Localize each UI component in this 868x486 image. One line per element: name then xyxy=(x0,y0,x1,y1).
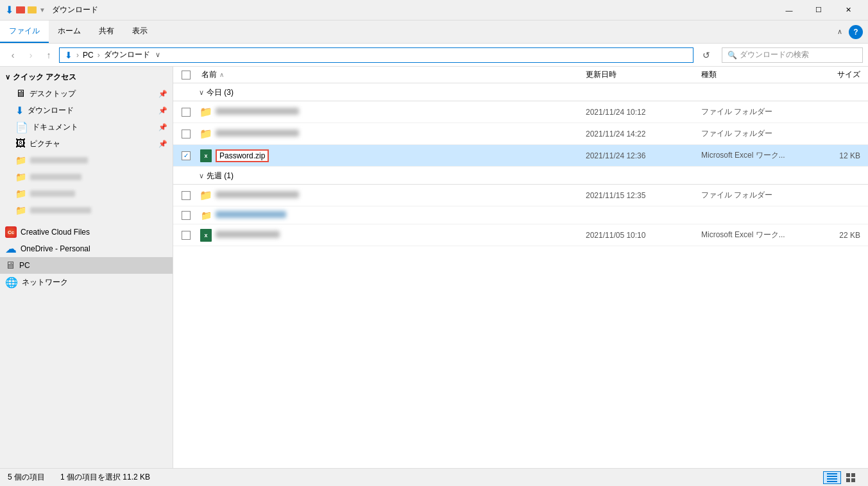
column-headers: 名前 ∧ 更新日時 種類 サイズ xyxy=(173,67,868,83)
checkbox-2[interactable] xyxy=(182,130,191,138)
folder-icon-4: 📁 xyxy=(199,189,213,203)
title-bar: ⬇ ▼ ダウンロード — ☐ ✕ xyxy=(0,0,868,21)
tab-file[interactable]: ファイル xyxy=(0,21,49,43)
blurred-name-4 xyxy=(216,191,299,198)
refresh-button[interactable]: ↺ xyxy=(699,47,714,63)
sidebar-blurred-1[interactable]: 📁 xyxy=(0,152,173,169)
sidebar-item-pc-label: PC xyxy=(19,261,167,270)
col-size-label: サイズ xyxy=(837,70,860,79)
details-view-button[interactable] xyxy=(823,471,841,484)
row-date-2: 2021/11/24 14:22 xyxy=(586,130,701,138)
blurred-folder-icon-4: 📁 xyxy=(15,205,26,215)
folder-icon-2: 📁 xyxy=(199,127,213,141)
table-row[interactable]: 📁 xyxy=(173,206,868,224)
row-date-3: 2021/11/24 12:36 xyxy=(586,151,701,160)
tab-home[interactable]: ホーム xyxy=(49,21,90,43)
table-row[interactable]: 📁 2021/11/15 12:35 ファイル フォルダー xyxy=(173,185,868,206)
svg-rect-5 xyxy=(851,473,855,477)
row-name-4 xyxy=(213,191,586,200)
close-button[interactable]: ✕ xyxy=(833,0,863,21)
group-header-today[interactable]: ∨ 今日 (3) xyxy=(173,83,868,101)
main-layout: ∨ クイック アクセス 🖥 デスクトップ 📌 ⬇ ダウンロード 📌 📄 ドキュメ… xyxy=(0,67,868,468)
blurred-label-4 xyxy=(30,207,91,214)
path-pc[interactable]: PC xyxy=(83,51,94,60)
sidebar-blurred-3[interactable]: 📁 xyxy=(0,185,173,202)
sidebar-item-cc-label: Creative Cloud Files xyxy=(21,228,167,237)
maximize-button[interactable]: ☐ xyxy=(804,0,833,21)
row-check-5[interactable] xyxy=(173,211,199,220)
minimize-button[interactable]: — xyxy=(774,0,804,21)
search-box[interactable]: 🔍 ダウンロードの検索 xyxy=(722,47,863,63)
sidebar-blurred-4[interactable]: 📁 xyxy=(0,202,173,219)
tab-share[interactable]: 共有 xyxy=(90,21,123,43)
sidebar-item-desktop[interactable]: 🖥 デスクトップ 📌 xyxy=(0,85,173,102)
folder-icon-1: 📁 xyxy=(199,105,213,119)
forward-button[interactable]: › xyxy=(23,47,38,63)
sidebar-item-downloads[interactable]: ⬇ ダウンロード 📌 xyxy=(0,102,173,119)
excel-icon-6: x xyxy=(199,228,213,242)
back-button[interactable]: ‹ xyxy=(5,47,21,63)
quick-access-chevron: ∨ xyxy=(5,73,10,81)
checkbox-6[interactable] xyxy=(182,231,191,240)
folder-icon-5: 📁 xyxy=(199,208,213,222)
sidebar-item-network[interactable]: 🌐 ネットワーク xyxy=(0,274,173,290)
folder-glyph-2: 📁 xyxy=(200,128,212,140)
col-type-label: 種類 xyxy=(701,70,717,79)
blurred-folder-icon-1: 📁 xyxy=(15,155,26,165)
sidebar-item-onedrive[interactable]: ☁ OneDrive - Personal xyxy=(0,240,173,257)
col-date-header[interactable]: 更新日時 xyxy=(586,69,701,80)
view-toggle xyxy=(823,471,860,484)
group-lastweek-chevron-icon: ∨ xyxy=(199,172,204,180)
filename-edit-input[interactable]: Password.zip xyxy=(216,149,269,162)
svg-rect-3 xyxy=(827,481,837,482)
col-name-label: 名前 xyxy=(201,69,217,80)
pics-folder-icon: 🖼 xyxy=(15,138,26,149)
pin-icon-documents: 📌 xyxy=(158,123,167,131)
sidebar-blurred-2[interactable]: 📁 xyxy=(0,169,173,185)
quick-access-label: クイック アクセス xyxy=(13,72,76,83)
row-check-1[interactable] xyxy=(173,108,199,117)
sidebar-item-documents[interactable]: 📄 ドキュメント 📌 xyxy=(0,119,173,135)
table-row[interactable]: 📁 2021/11/24 14:22 ファイル フォルダー xyxy=(173,123,868,145)
col-name-header[interactable]: 名前 ∧ xyxy=(199,69,586,80)
path-downloads[interactable]: ダウンロード xyxy=(104,49,150,60)
blurred-folder-icon-2: 📁 xyxy=(15,172,26,182)
address-path[interactable]: ⬇ › PC › ダウンロード ∨ xyxy=(59,47,694,63)
row-check-2[interactable] xyxy=(173,130,199,138)
table-row[interactable]: x 2021/11/05 10:10 Microsoft Excel ワーク..… xyxy=(173,224,868,246)
ribbon-chevron-icon[interactable]: ∧ xyxy=(835,25,845,38)
quick-access-header[interactable]: ∨ クイック アクセス xyxy=(0,69,173,85)
help-button[interactable]: ? xyxy=(849,25,863,39)
tab-view[interactable]: 表示 xyxy=(123,21,157,43)
row-size-3: 12 KB xyxy=(817,151,868,160)
header-check[interactable] xyxy=(173,71,199,80)
row-date-4: 2021/11/15 12:35 xyxy=(586,191,701,200)
row-check-4[interactable] xyxy=(173,191,199,200)
sidebar-item-downloads-label: ダウンロード xyxy=(28,105,155,116)
sidebar-item-pictures[interactable]: 🖼 ピクチャ 📌 xyxy=(0,135,173,152)
row-check-6[interactable] xyxy=(173,231,199,240)
folder-yellow-icon xyxy=(28,6,37,13)
up-button[interactable]: ↑ xyxy=(41,47,56,63)
checkbox-3[interactable]: ✓ xyxy=(182,151,191,160)
checkbox-1[interactable] xyxy=(182,108,191,117)
table-row[interactable]: ✓ x Password.zip 2021/11/24 12:36 Micros… xyxy=(173,145,868,167)
row-name-3[interactable]: Password.zip xyxy=(213,151,586,160)
checkbox-5[interactable] xyxy=(182,211,191,220)
path-chevron-icon[interactable]: ∨ xyxy=(155,51,160,59)
tiles-view-button[interactable] xyxy=(842,471,860,484)
onedrive-icon: ☁ xyxy=(5,242,17,256)
col-type-header[interactable]: 種類 xyxy=(701,69,817,80)
svg-rect-2 xyxy=(827,478,837,480)
select-all-checkbox[interactable] xyxy=(182,71,191,80)
row-check-3[interactable]: ✓ xyxy=(173,151,199,160)
checkbox-4[interactable] xyxy=(182,191,191,200)
table-row[interactable]: 📁 2021/11/24 10:12 ファイル フォルダー xyxy=(173,101,868,123)
sidebar-item-creative-cloud[interactable]: Cc Creative Cloud Files xyxy=(0,224,173,240)
sidebar-item-pc[interactable]: 🖥 PC xyxy=(0,257,173,274)
group-header-lastweek[interactable]: ∨ 先週 (1) xyxy=(173,167,868,185)
col-size-header[interactable]: サイズ xyxy=(817,69,868,80)
address-bar: ‹ › ↑ ⬇ › PC › ダウンロード ∨ ↺ 🔍 ダウンロードの検索 xyxy=(0,44,868,67)
blurred-label-2 xyxy=(30,174,81,180)
sidebar-item-pictures-label: ピクチャ xyxy=(30,138,155,149)
